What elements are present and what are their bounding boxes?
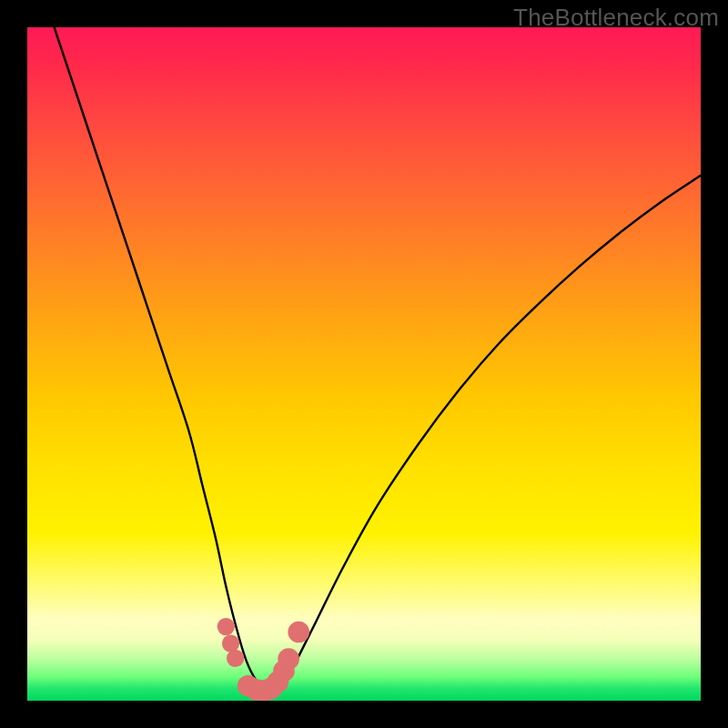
- data-point-marker: [217, 618, 235, 635]
- curve-markers: [217, 618, 309, 701]
- data-point-marker: [278, 648, 299, 670]
- data-point-marker: [222, 634, 239, 652]
- plot-area: [27, 27, 701, 701]
- watermark-text: TheBottleneck.com: [513, 4, 719, 32]
- curve-layer: [27, 27, 701, 701]
- data-point-marker: [227, 650, 244, 667]
- chart-stage: TheBottleneck.com: [0, 0, 728, 728]
- data-point-marker: [288, 622, 309, 643]
- bottleneck-curve: [55, 27, 701, 692]
